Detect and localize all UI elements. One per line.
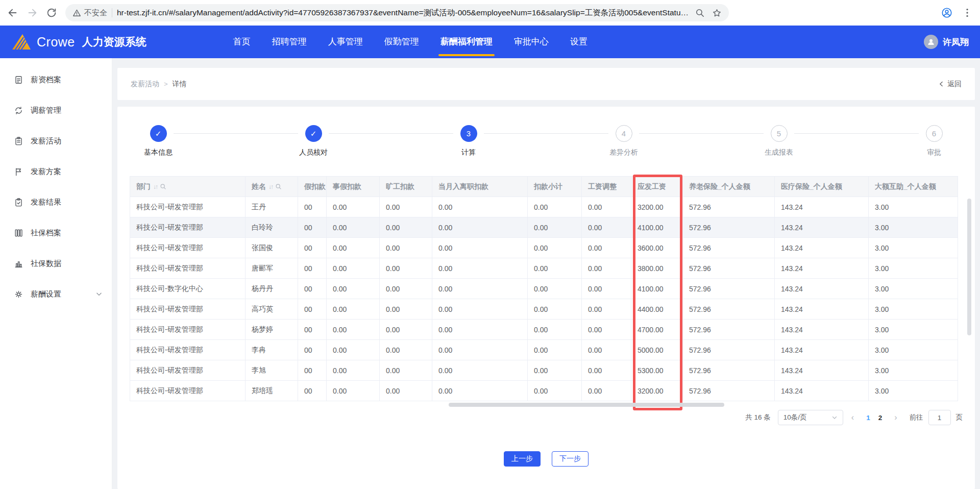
sidebar-item-6[interactable]: 社保数据 xyxy=(0,248,112,279)
goto-page-input[interactable] xyxy=(928,410,951,425)
column-search-icon[interactable] xyxy=(275,183,282,190)
step-circle-4[interactable]: 4 xyxy=(616,125,632,142)
column-label: 工资调整 xyxy=(588,182,617,191)
column-search-icon[interactable] xyxy=(160,183,166,190)
nav-item-2[interactable]: 人事管理 xyxy=(328,26,363,58)
step-circle-6[interactable]: 6 xyxy=(926,125,943,142)
sidebar-item-5[interactable]: 社保档案 xyxy=(0,217,112,248)
cell-r6-c8: 4700.00 xyxy=(631,320,683,340)
cell-r1-c0: 科技公司-研发管理部 xyxy=(130,217,246,238)
next-step-button[interactable]: 下一步 xyxy=(552,451,589,467)
cell-r8-c8: 5300.00 xyxy=(631,360,683,381)
page-number-1[interactable]: 1 xyxy=(862,414,874,422)
reload-icon[interactable] xyxy=(46,7,57,18)
cell-r0-c5: 0.00 xyxy=(432,197,528,217)
back-button[interactable]: 返回 xyxy=(938,80,962,89)
nav-item-0[interactable]: 首页 xyxy=(233,26,251,58)
table-row-6[interactable]: 科技公司-研发管理部杨梦婷000.000.000.000.000.004700.… xyxy=(130,320,958,340)
sort-icon[interactable]: ↓↑ xyxy=(153,183,157,190)
step-circle-3[interactable]: 3 xyxy=(460,125,477,142)
zoom-icon[interactable] xyxy=(695,8,705,18)
column-header-10: 医疗保险_个人金额 xyxy=(775,177,869,197)
table-row-1[interactable]: 科技公司-研发管理部白玲玲000.000.000.000.000.004100.… xyxy=(130,217,958,238)
next-page-button[interactable]: › xyxy=(891,413,900,422)
sidebar-item-4[interactable]: 发薪结果 xyxy=(0,187,112,217)
prev-page-button[interactable]: ‹ xyxy=(848,413,857,422)
url-text[interactable]: hr-test.zjf-it.cn/#/salaryManagement/add… xyxy=(117,8,691,18)
cell-r3-c6: 0.00 xyxy=(528,258,582,279)
browser-menu-dots-icon[interactable] xyxy=(962,7,973,18)
brand-logo[interactable]: Crowe 人力资源系统 xyxy=(11,33,146,51)
column-header-0[interactable]: 部门↓↑ xyxy=(130,177,246,197)
table-row-8[interactable]: 科技公司-研发管理部李旭000.000.000.000.000.005300.0… xyxy=(130,360,958,381)
cell-r5-c3: 0.00 xyxy=(327,299,380,320)
sort-icon[interactable]: ↓↑ xyxy=(268,183,273,190)
breadcrumb-parent[interactable]: 发薪活动 xyxy=(131,80,159,89)
table-row-0[interactable]: 科技公司-研发管理部王丹000.000.000.000.000.003200.0… xyxy=(130,197,958,217)
cell-r3-c2: 00 xyxy=(298,258,327,279)
cell-r5-c6: 0.00 xyxy=(528,299,582,320)
cell-r2-c11: 3.00 xyxy=(869,238,958,258)
cell-r7-c1: 李冉 xyxy=(246,340,298,360)
sidebar-item-0[interactable]: 薪资档案 xyxy=(0,64,112,95)
cell-r9-c9: 572.96 xyxy=(683,381,775,401)
cell-r6-c0: 科技公司-研发管理部 xyxy=(130,320,246,340)
cell-r8-c9: 572.96 xyxy=(683,360,775,381)
nav-item-5[interactable]: 审批中心 xyxy=(514,26,549,58)
page-size-select[interactable]: 10条/页 xyxy=(778,410,843,425)
cell-r5-c1: 高巧英 xyxy=(246,299,298,320)
cell-r5-c0: 科技公司-研发管理部 xyxy=(130,299,246,320)
cell-r0-c11: 3.00 xyxy=(869,197,958,217)
stepper: ✓基本信息✓人员核对3计算4差异分析5生成报表6审批 xyxy=(117,107,975,176)
cell-r5-c10: 143.24 xyxy=(775,299,869,320)
nav-item-4[interactable]: 薪酬福利管理 xyxy=(440,26,493,58)
nav-item-1[interactable]: 招聘管理 xyxy=(272,26,307,58)
wizard-footer: 上一步 下一步 xyxy=(117,451,975,467)
pagination: 共 16 条 10条/页 ‹ 12 › 前往 页 xyxy=(130,409,963,426)
cell-r5-c2: 00 xyxy=(298,299,327,320)
previous-step-button[interactable]: 上一步 xyxy=(504,451,541,467)
table-row-2[interactable]: 科技公司-研发管理部张国俊000.000.000.000.000.003600.… xyxy=(130,238,958,258)
page-number-2[interactable]: 2 xyxy=(874,414,887,422)
user-menu[interactable]: 许凤翔 xyxy=(924,35,969,49)
nav-item-6[interactable]: 设置 xyxy=(570,26,587,58)
sidebar-item-label: 社保档案 xyxy=(31,228,61,238)
step-circle-5[interactable]: 5 xyxy=(771,125,788,142)
cell-r8-c1: 李旭 xyxy=(246,360,298,381)
chevron-down-icon xyxy=(831,414,838,421)
table-row-5[interactable]: 科技公司-研发管理部高巧英000.000.000.000.000.004400.… xyxy=(130,299,958,320)
nav-item-3[interactable]: 假勤管理 xyxy=(384,26,419,58)
horizontal-scrollbar[interactable] xyxy=(449,403,724,407)
cell-r4-c7: 0.00 xyxy=(582,279,631,299)
cell-r3-c0: 科技公司-研发管理部 xyxy=(130,258,246,279)
bookmark-star-icon[interactable] xyxy=(712,8,722,18)
table-row-4[interactable]: 科技公司-数字化中心杨丹丹000.000.000.000.000.004100.… xyxy=(130,279,958,299)
table-row-7[interactable]: 科技公司-研发管理部李冉000.000.000.000.000.005000.0… xyxy=(130,340,958,360)
column-header-1[interactable]: 姓名↓↑ xyxy=(246,177,298,197)
security-chip[interactable]: 不安全 xyxy=(72,8,107,18)
cell-r8-c6: 0.00 xyxy=(528,360,582,381)
cell-r5-c9: 572.96 xyxy=(683,299,775,320)
vertical-scrollbar[interactable] xyxy=(967,199,971,335)
sidebar-item-7[interactable]: 薪酬设置 xyxy=(0,279,112,309)
sidebar-item-3[interactable]: 发薪方案 xyxy=(0,156,112,187)
forward-icon[interactable] xyxy=(27,7,38,18)
cell-r4-c8: 4100.00 xyxy=(631,279,683,299)
cell-r6-c5: 0.00 xyxy=(432,320,528,340)
table-row-3[interactable]: 科技公司-研发管理部唐郦军000.000.000.000.000.003800.… xyxy=(130,258,958,279)
cell-r6-c11: 3.00 xyxy=(869,320,958,340)
cell-r4-c9: 572.96 xyxy=(683,279,775,299)
url-bar[interactable]: 不安全 hr-test.zjf-it.cn/#/salaryManagement… xyxy=(65,4,729,21)
cell-r8-c11: 3.00 xyxy=(869,360,958,381)
back-icon[interactable] xyxy=(7,7,18,18)
cell-r4-c0: 科技公司-数字化中心 xyxy=(130,279,246,299)
step-circle-2[interactable]: ✓ xyxy=(305,125,322,142)
table-row-9[interactable]: 科技公司-研发管理部郑培瑶000.000.000.000.000.003200.… xyxy=(130,381,958,401)
browser-profile-icon[interactable] xyxy=(941,7,952,18)
step-label: 生成报表 xyxy=(765,148,793,157)
chevron-left-icon xyxy=(938,81,945,87)
column-label: 事假扣款 xyxy=(333,182,361,191)
sidebar-item-2[interactable]: 发薪活动 xyxy=(0,126,112,156)
sidebar-item-1[interactable]: 调薪管理 xyxy=(0,95,112,126)
step-circle-1[interactable]: ✓ xyxy=(150,125,167,142)
